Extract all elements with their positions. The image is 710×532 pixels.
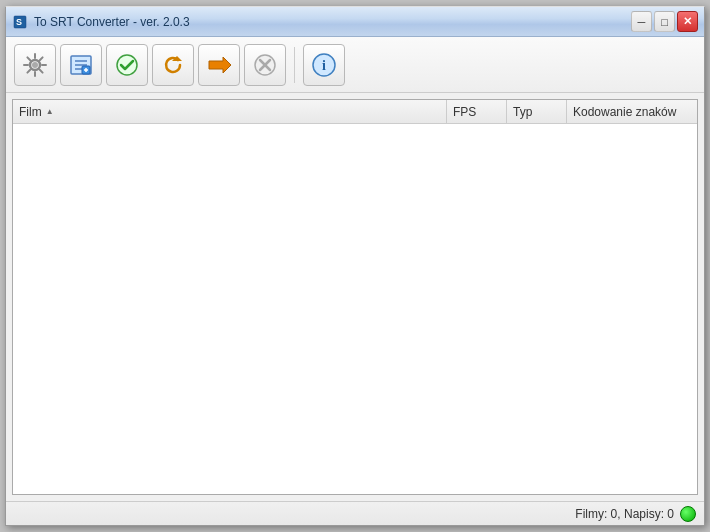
list-icon: [68, 52, 94, 78]
title-bar: S To SRT Converter - ver. 2.0.3 ─ □ ✕: [6, 7, 704, 37]
main-window: S To SRT Converter - ver. 2.0.3 ─ □ ✕: [5, 6, 705, 526]
settings-button[interactable]: [14, 44, 56, 86]
main-content: Film ▲ FPS Typ Kodowanie znaków: [6, 93, 704, 501]
title-bar-left: S To SRT Converter - ver. 2.0.3: [12, 14, 190, 30]
refresh-button[interactable]: [152, 44, 194, 86]
app-icon: S: [12, 14, 28, 30]
status-bar: Filmy: 0, Napisy: 0: [6, 501, 704, 525]
gear-icon: [21, 51, 49, 79]
sort-arrow-film: ▲: [46, 107, 54, 116]
toolbar: i: [6, 37, 704, 93]
title-controls: ─ □ ✕: [631, 11, 698, 32]
cancel-button[interactable]: [244, 44, 286, 86]
refresh-icon: [160, 52, 186, 78]
svg-text:i: i: [322, 58, 326, 73]
svg-point-3: [32, 62, 38, 68]
minimize-button[interactable]: ─: [631, 11, 652, 32]
info-button[interactable]: i: [303, 44, 345, 86]
check-icon: [114, 52, 140, 78]
svg-marker-13: [209, 57, 231, 73]
files-button[interactable]: [60, 44, 102, 86]
column-film: Film ▲: [13, 100, 447, 123]
status-text: Filmy: 0, Napisy: 0: [575, 507, 674, 521]
verify-button[interactable]: [106, 44, 148, 86]
status-indicator: [680, 506, 696, 522]
file-list: Film ▲ FPS Typ Kodowanie znaków: [12, 99, 698, 495]
cancel-icon: [252, 52, 278, 78]
window-title: To SRT Converter - ver. 2.0.3: [34, 15, 190, 29]
list-header: Film ▲ FPS Typ Kodowanie znaków: [13, 100, 697, 124]
convert-button[interactable]: [198, 44, 240, 86]
column-kodowanie: Kodowanie znaków: [567, 100, 697, 123]
column-fps: FPS: [447, 100, 507, 123]
svg-text:S: S: [16, 17, 22, 27]
arrow-icon: [205, 51, 233, 79]
maximize-button[interactable]: □: [654, 11, 675, 32]
info-icon: i: [310, 51, 338, 79]
toolbar-separator: [294, 47, 295, 83]
column-typ: Typ: [507, 100, 567, 123]
close-button[interactable]: ✕: [677, 11, 698, 32]
list-body[interactable]: [13, 124, 697, 494]
